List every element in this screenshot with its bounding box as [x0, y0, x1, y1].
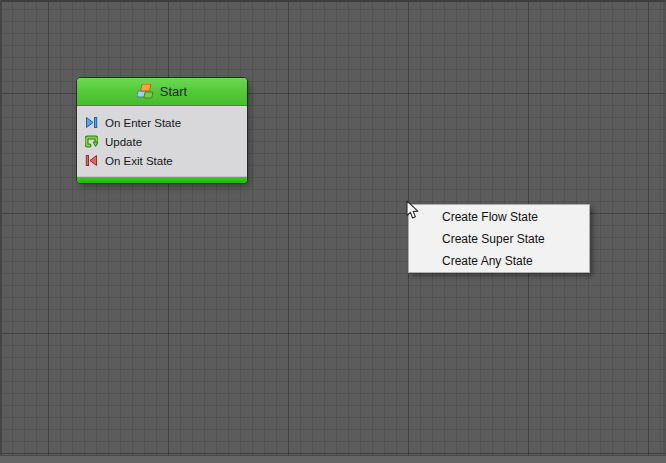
event-row-on-enter-state[interactable]: On Enter State	[77, 113, 247, 132]
event-row-on-exit-state[interactable]: On Exit State	[77, 151, 247, 170]
state-node-title: Start	[160, 84, 187, 99]
window-bottom-edge	[0, 455, 666, 463]
window-top-edge	[0, 0, 666, 2]
state-node-body: On Enter State Update	[77, 106, 247, 176]
exit-state-icon	[85, 154, 98, 167]
state-node-header[interactable]: Start	[77, 78, 247, 106]
menu-item-create-flow-state[interactable]: Create Flow State	[409, 206, 589, 228]
menu-item-create-any-state[interactable]: Create Any State	[409, 250, 589, 272]
window-left-edge	[0, 0, 2, 463]
menu-item-create-super-state[interactable]: Create Super State	[409, 228, 589, 250]
stacked-states-icon	[137, 84, 154, 99]
state-node-start[interactable]: Start On Enter State	[77, 78, 247, 183]
update-loop-icon	[85, 135, 98, 148]
context-menu: Create Flow State Create Super State Cre…	[408, 204, 590, 273]
event-row-update[interactable]: Update	[77, 132, 247, 151]
event-label: On Exit State	[105, 155, 173, 167]
state-node-footer	[77, 176, 247, 183]
enter-state-icon	[85, 116, 98, 129]
event-label: On Enter State	[105, 117, 181, 129]
event-label: Update	[105, 136, 142, 148]
graph-canvas[interactable]: Start On Enter State	[0, 0, 666, 463]
